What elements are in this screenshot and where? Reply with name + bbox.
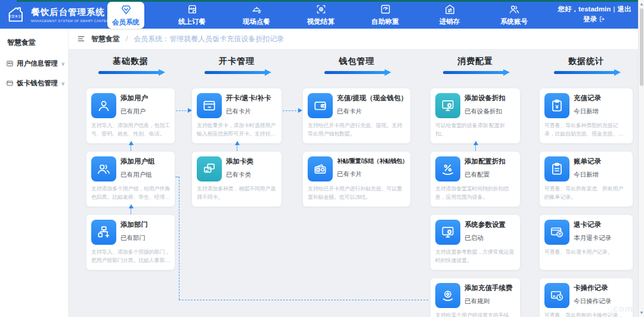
card-add-recharge-fee[interactable]: 添加充值手续费 已有规则 支持给某个用户组设置充值手续费，充值途径包含微信充值及… <box>431 278 520 317</box>
card-recharge-withdraw[interactable]: 充值/提现（现金钱包） 已有卡片 支持给已开卡用户进行充值、提现。支持导出用户钱… <box>303 88 410 143</box>
card-subtitle: 已有卡片 <box>226 107 271 116</box>
card-open-return-reissue[interactable]: 开卡/退卡/补卡 已有卡片 支持批量开卡，添加卡时选择用户输入相应信息即可开卡。… <box>192 88 281 143</box>
card-recharge-records[interactable]: ¥ 充值记录 今日新增 可查看、导出多种类型的充值记录，比如自助充值、现金充值、… <box>540 88 633 143</box>
tab-self-weighing[interactable]: 自助称重 <box>369 0 402 29</box>
card-subtitle: 已有设备折扣 <box>465 107 506 116</box>
card-system-params[interactable]: 系统参数设置 已启动 支持设置参考数据，方便常规运营时的快速设置。 <box>431 215 520 270</box>
tab-online-ordering[interactable]: 线上订餐 <box>175 0 209 29</box>
card-title: 添加设备折扣 <box>465 94 506 103</box>
card-description: 支持批量开卡，添加卡时选择用户输入相应信息即可开卡。支持挂… <box>197 122 277 139</box>
dining-icon <box>250 3 263 16</box>
card-subtitle: 已有部门 <box>120 234 148 242</box>
sidebar-item-card-wallet[interactable]: 饭卡钱包管理 ∨ <box>0 73 68 93</box>
card-description: 可查看、导出所有渠道、所有用户的账单记录。 <box>544 185 628 202</box>
tab-member-system[interactable]: 会员系统 <box>107 2 144 29</box>
card-description: 支持给某个用户组设置充值手续费，充值途径包含微信充值及现… <box>435 312 515 317</box>
connector-configdiscount-to-device <box>475 145 476 151</box>
card-title: 添加配置折扣 <box>465 157 506 166</box>
app-title: 餐饮后台管理系统 <box>31 7 112 18</box>
user-icon <box>91 93 116 118</box>
scroll-up-arrow[interactable]: ▲ <box>639 1 644 7</box>
card-subtitle: 已有用户组 <box>120 171 155 179</box>
monitor-gear-icon <box>435 220 460 245</box>
monitor-gear-icon <box>435 93 460 118</box>
gem-icon <box>120 4 132 16</box>
sidebar-header: 智慧食堂 <box>0 29 68 54</box>
sidebar-item-label: 用户信息管理 <box>17 59 58 68</box>
user-group-icon <box>91 156 116 181</box>
column-header-consume-config: 消费配置 <box>431 56 520 74</box>
scrollbar-thumb[interactable] <box>640 8 643 86</box>
connector-group-to-user <box>131 145 131 151</box>
tab-system-account[interactable]: 系统账号 <box>497 0 531 29</box>
header-arrow <box>98 71 163 74</box>
card-add-user-group[interactable]: 添加用户组 已有用户组 支持添加多个用户组，给用户作角色归类。比如老师、学生、经… <box>86 152 175 207</box>
collapse-menu-icon[interactable] <box>77 35 85 43</box>
card-add-card-type[interactable]: 添加卡类 已有卡类 支持添加多种类，根据不同用户选择不同卡。 <box>192 152 281 207</box>
divider: | <box>611 5 617 13</box>
connector-dept-to-group <box>131 208 131 214</box>
org-chart-icon <box>91 220 116 245</box>
top-nav: 会员系统 线上订餐 现场点餐 <box>101 0 555 29</box>
card-description: 可查看、导出退卡用户记录。 <box>544 248 628 257</box>
wallet-icon <box>308 93 333 118</box>
card-operation-records[interactable]: 卡操作记录 今日操作记录 可查看、导出所有的卡操作记录，包括认证、挂失、退卡、补… <box>540 278 633 317</box>
card-add-user[interactable]: 添加用户 已有用户 支持导入、添加用户信息，包括工号、密码、姓名、性别、电话。 <box>86 88 175 143</box>
svg-text:补: 补 <box>316 168 320 171</box>
card-return-records[interactable]: 退卡记录 本月退卡记录 可查看、导出退卡用户记录。 <box>540 215 633 270</box>
card-x-icon <box>544 220 569 245</box>
card-bill-records[interactable]: 账单记录 今日新增 可查看、导出所有渠道、所有用户的账单记录。 <box>540 152 633 207</box>
card-add-device-discount[interactable]: 添加设备折扣 已有设备折扣 可以给食堂的设备添加 配置折扣。 <box>431 88 520 143</box>
card-subtitle: 今日新增 <box>574 107 601 116</box>
tab-label: 会员系统 <box>112 18 140 27</box>
card-add-config-discount[interactable]: 添加配置折扣 已有配置 支持添加食堂某时间段的折扣信息，应用范围为设备。 <box>431 152 520 207</box>
clipboard-yen-icon: ¥ <box>544 93 569 118</box>
greeting-text: 您好，testadmin <box>558 5 611 13</box>
card-subtitle: 已有卡片 <box>337 107 405 116</box>
chevron-down-icon: ∨ <box>61 61 65 67</box>
tab-label: 系统账号 <box>500 17 528 26</box>
column-header-data-stats: 数据统计 <box>540 56 633 74</box>
card-add-department[interactable]: 添加部门 已有部门 支持导入、添加多个层级的部门，把用户按部门分类。比如人事部… <box>86 215 175 270</box>
card-subtitle: 今日新增 <box>574 171 601 179</box>
card-subtitle: 已有配置 <box>465 171 506 179</box>
connector-group-fee-seg2 <box>179 177 179 300</box>
tab-onsite-ordering[interactable]: 现场点餐 <box>240 0 273 29</box>
visual-scan-icon <box>315 3 327 16</box>
app-logo: 智慧食堂 餐饮后台管理系统 MANAGEMENT SYSTEM OF SMART… <box>0 5 101 24</box>
card-wallet-icon <box>6 79 14 87</box>
header-arrow <box>554 71 618 74</box>
user-info-icon <box>6 60 14 67</box>
card-title: 添加卡类 <box>226 157 253 166</box>
card-subtitle: 已有卡类 <box>226 171 253 179</box>
header-arrow <box>205 71 269 74</box>
tab-inventory[interactable]: 进销存 <box>433 0 466 29</box>
vertical-scrollbar[interactable]: ▲ ▼ <box>638 0 644 317</box>
card-description: 支持设置参考数据，方便常规运营时的快速设置。 <box>435 248 515 265</box>
user-area: 您好，testadmin|退出登录 <box>555 4 638 25</box>
card-title: 添加部门 <box>120 220 148 229</box>
scroll-down-arrow[interactable]: ▼ <box>639 310 644 316</box>
logout-icon <box>599 16 606 23</box>
card-description: 支持导入、添加多个层级的部门，把用户按部门分类。比如人事部… <box>91 248 170 265</box>
breadcrumb-root[interactable]: 智慧食堂 <box>91 34 120 44</box>
card-subsidy-reset-freeze[interactable]: 补 补贴/重置/冻结（补贴钱包） 已有卡片 支持给已开卡用户进行补贴充值、可以重… <box>303 152 410 207</box>
card-subtitle: 本月退卡记录 <box>574 234 611 242</box>
percent-hand-icon <box>435 156 460 181</box>
card-description: 支持添加多个用户组，给用户作角色归类。比如老师、学生、经理… <box>91 185 170 202</box>
card-title: 账单记录 <box>574 157 601 166</box>
breadcrumb-bar: 智慧食堂 / 会员系统：管理就餐人员饭卡充值设备折扣记录 <box>69 29 638 49</box>
connector-user-to-card <box>176 110 189 111</box>
header-arrow <box>443 71 507 74</box>
column-header-wallet-mgmt: 钱包管理 <box>303 56 410 74</box>
card-subtitle: 已有规则 <box>465 297 513 306</box>
sidebar-item-user-info[interactable]: 用户信息管理 ∨ <box>0 54 68 73</box>
app-subtitle: MANAGEMENT SYSTEM OF SMART CANTEEN <box>31 19 112 23</box>
tab-label: 现场点餐 <box>243 17 270 26</box>
scale-icon <box>379 3 392 16</box>
card-title: 充值/提现（现金钱包） <box>337 94 405 103</box>
svg-text:¥: ¥ <box>555 103 559 110</box>
card-title: 添加用户组 <box>120 157 155 166</box>
tab-visual-checkout[interactable]: 视觉结算 <box>304 0 338 29</box>
storefront-icon <box>186 3 199 16</box>
